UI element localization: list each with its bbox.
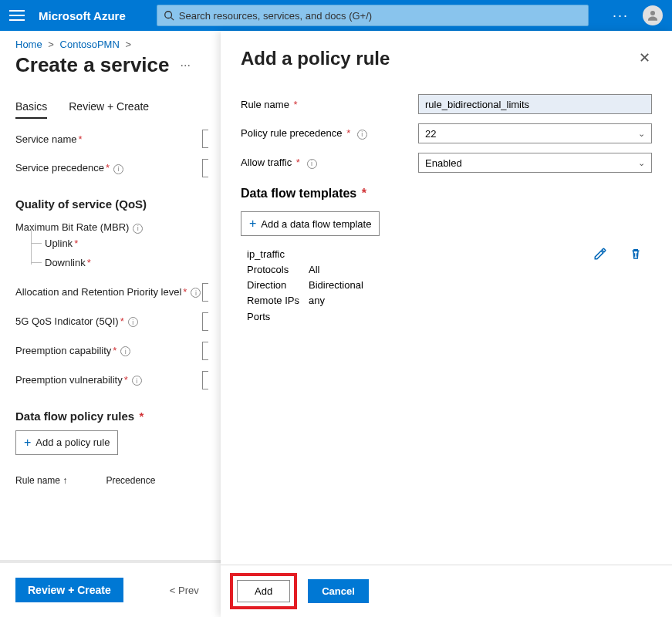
add-policy-rule-blade: Add a policy rule ✕ Rule name * Policy r… xyxy=(221,31,672,617)
blade-title: Add a policy rule xyxy=(241,48,637,69)
flow-ips-key: Remote IPs xyxy=(247,293,301,308)
required-icon: * xyxy=(78,133,82,145)
flow-ips-val: any xyxy=(309,293,325,308)
add-button[interactable]: Add xyxy=(237,580,290,602)
add-template-label: Add a data flow template xyxy=(261,218,371,230)
label-rule-precedence: Policy rule precedence xyxy=(241,127,343,139)
avatar[interactable] xyxy=(643,5,663,25)
info-icon[interactable]: i xyxy=(133,224,143,234)
search-placeholder: Search resources, services, and docs (G+… xyxy=(179,10,372,22)
crumb-contosopmn[interactable]: ContosoPMN xyxy=(60,39,120,50)
required-icon: * xyxy=(106,162,110,174)
info-icon[interactable]: i xyxy=(191,288,201,298)
required-icon: * xyxy=(294,99,298,110)
cancel-button[interactable]: Cancel xyxy=(308,579,369,603)
svg-point-0 xyxy=(165,12,172,19)
required-icon: * xyxy=(296,157,300,168)
tab-review-create[interactable]: Review + Create xyxy=(69,100,149,119)
allow-traffic-select[interactable]: Enabled⌄ xyxy=(418,153,652,173)
required-icon: * xyxy=(87,257,91,268)
label-mbr: Maximum Bit Rate (MBR) xyxy=(15,221,129,233)
chevron-right-icon: > xyxy=(48,39,54,50)
info-icon[interactable]: i xyxy=(120,346,130,356)
close-icon[interactable]: ✕ xyxy=(637,48,652,68)
flow-dir-key: Direction xyxy=(247,278,301,293)
global-search-input[interactable]: Search resources, services, and docs (G+… xyxy=(157,5,589,26)
label-uplink: Uplink xyxy=(45,238,73,249)
chevron-right-icon: > xyxy=(125,39,131,50)
col-rule-name[interactable]: Rule name ↑ xyxy=(15,475,67,486)
info-icon[interactable]: i xyxy=(128,317,138,327)
review-create-button[interactable]: Review + Create xyxy=(15,578,123,602)
chevron-down-icon: ⌄ xyxy=(638,129,645,139)
svg-point-2 xyxy=(650,11,655,15)
person-icon xyxy=(646,8,660,22)
rule-name-input[interactable] xyxy=(418,94,652,114)
search-icon xyxy=(164,10,174,21)
required-icon: * xyxy=(362,187,366,200)
highlight-annotation: Add xyxy=(230,573,297,609)
flow-dir-val: Bidirectional xyxy=(309,278,363,293)
blade-footer: Add Cancel xyxy=(221,565,672,617)
label-rule-name: Rule name xyxy=(241,99,289,110)
plus-icon: + xyxy=(249,217,256,230)
brand-label: Microsoft Azure xyxy=(39,9,126,22)
col-precedence[interactable]: Precedence xyxy=(106,475,155,486)
arp-input[interactable] xyxy=(202,283,208,302)
flow-proto-val: All xyxy=(309,262,319,278)
flow-template-item: ip_traffic ProtocolsAll DirectionBidirec… xyxy=(247,247,652,325)
required-icon: * xyxy=(113,345,117,356)
previous-button[interactable]: < Prev xyxy=(170,585,199,596)
add-policy-rule-button[interactable]: +Add a policy rule xyxy=(15,430,118,455)
flow-ports-key: Ports xyxy=(247,309,301,325)
page-title: Create a service xyxy=(15,53,169,77)
info-icon[interactable]: i xyxy=(307,159,317,169)
chevron-down-icon: ⌄ xyxy=(638,158,645,168)
delete-icon[interactable] xyxy=(629,247,643,261)
label-5qi: 5G QoS Indicator (5QI) xyxy=(15,315,119,327)
info-icon[interactable]: i xyxy=(357,130,367,140)
plus-icon: + xyxy=(24,437,31,449)
service-name-input[interactable] xyxy=(202,130,208,148)
info-icon[interactable]: i xyxy=(132,376,142,386)
info-icon[interactable]: i xyxy=(113,164,123,174)
label-downlink: Downlink xyxy=(45,257,86,268)
label-service-precedence: Service precedence xyxy=(15,162,104,174)
required-icon: * xyxy=(183,286,187,298)
preempt-vul-input[interactable] xyxy=(202,371,208,389)
svg-line-1 xyxy=(171,18,174,21)
add-template-button[interactable]: +Add a data flow template xyxy=(241,211,380,236)
topbar-overflow-icon[interactable]: ··· xyxy=(613,8,629,24)
label-allow-traffic: Allow traffic xyxy=(241,157,292,168)
label-service-name: Service name xyxy=(15,133,76,145)
tab-basics[interactable]: Basics xyxy=(15,100,47,119)
flow-name: ip_traffic xyxy=(247,247,593,262)
required-icon: * xyxy=(120,315,124,327)
azure-topbar: Microsoft Azure Search resources, servic… xyxy=(0,0,672,31)
rule-precedence-select[interactable]: 22⌄ xyxy=(418,123,652,143)
heading-rules: Data flow policy rules xyxy=(15,410,134,423)
label-preempt-cap: Preemption capability xyxy=(15,345,111,356)
service-precedence-input[interactable] xyxy=(202,159,208,177)
heading-templates: Data flow templates xyxy=(241,187,356,200)
hamburger-icon[interactable] xyxy=(9,10,25,21)
required-icon: * xyxy=(346,127,350,139)
required-icon: * xyxy=(139,410,144,423)
crumb-home[interactable]: Home xyxy=(15,39,42,50)
fiveqi-input[interactable] xyxy=(202,312,208,331)
flow-proto-key: Protocols xyxy=(247,262,301,278)
edit-icon[interactable] xyxy=(593,247,607,261)
rule-precedence-value: 22 xyxy=(425,128,436,140)
required-icon: * xyxy=(74,238,78,249)
heading-qos: Quality of service (QoS) xyxy=(15,197,208,211)
add-policy-rule-label: Add a policy rule xyxy=(35,437,110,448)
label-arp: Allocation and Retention Priority level xyxy=(15,286,181,298)
label-preempt-vul: Preemption vulnerability xyxy=(15,374,123,386)
page-overflow-icon[interactable]: ··· xyxy=(180,59,190,72)
preempt-cap-input[interactable] xyxy=(202,342,208,360)
allow-traffic-value: Enabled xyxy=(425,157,462,169)
required-icon: * xyxy=(124,374,128,386)
